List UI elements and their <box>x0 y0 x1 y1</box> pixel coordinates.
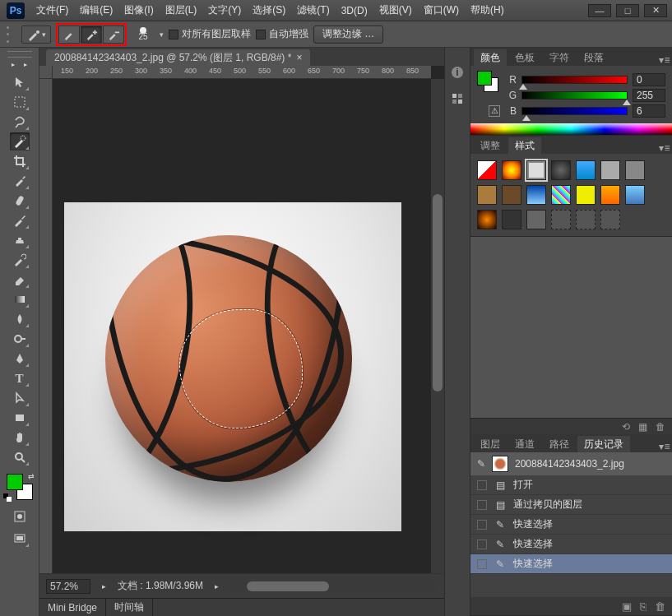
style-swatch[interactable] <box>625 160 645 180</box>
panel-menu-icon[interactable]: ▾≡ <box>657 54 672 66</box>
tool-spot-heal[interactable] <box>10 192 30 210</box>
tool-rectangle[interactable] <box>10 409 30 427</box>
history-item[interactable]: ▤通过拷贝的图层 <box>470 495 672 515</box>
sample-all-layers-checkbox[interactable]: 对所有图层取样 <box>169 27 251 41</box>
style-swatch[interactable] <box>526 160 546 180</box>
link-icon[interactable]: ⟲ <box>622 421 630 433</box>
tool-gradient[interactable] <box>10 290 30 308</box>
history-item[interactable]: ✎快速选择 <box>470 554 672 574</box>
quick-mask-toggle[interactable] <box>12 509 27 524</box>
window-close-button[interactable]: ✕ <box>644 4 667 17</box>
trash-icon[interactable]: 🗑 <box>656 421 665 433</box>
style-swatch[interactable] <box>551 160 571 180</box>
tab-paths[interactable]: 路径 <box>543 436 576 452</box>
value-b[interactable]: 6 <box>633 104 665 118</box>
mode-add-selection[interactable] <box>81 25 102 44</box>
color-spectrum[interactable] <box>470 123 672 135</box>
style-swatch[interactable] <box>576 210 596 229</box>
horizontal-scrollbar[interactable] <box>230 581 438 592</box>
tool-type[interactable]: T <box>10 369 30 387</box>
menu-window[interactable]: 窗口(W) <box>419 1 464 20</box>
tab-character[interactable]: 字符 <box>543 49 576 66</box>
style-swatch[interactable] <box>477 185 497 205</box>
tools-collapse-arrows[interactable]: ▸▸ <box>7 61 32 69</box>
panel-menu-icon[interactable]: ▾≡ <box>657 441 672 452</box>
tool-dodge[interactable] <box>10 330 30 348</box>
foreground-color[interactable] <box>7 474 23 490</box>
history-item[interactable]: ▤打开 <box>470 475 672 495</box>
tool-hand[interactable] <box>10 428 30 447</box>
color-swatches[interactable]: ⇄ <box>7 474 33 500</box>
menu-layer[interactable]: 图层(L) <box>160 1 202 20</box>
tab-swatches[interactable]: 色板 <box>508 49 541 66</box>
menu-file[interactable]: 文件(F) <box>31 1 73 20</box>
style-swatch[interactable] <box>600 210 620 229</box>
slider-b[interactable] <box>521 107 628 115</box>
options-grip[interactable] <box>7 26 13 43</box>
menu-type[interactable]: 文字(Y) <box>203 1 246 20</box>
tool-quick-select[interactable] <box>10 132 30 151</box>
mode-new-selection[interactable] <box>58 25 80 44</box>
menu-image[interactable]: 图像(I) <box>119 1 158 20</box>
tool-crop[interactable] <box>10 152 30 170</box>
adjustments-icon[interactable] <box>449 90 466 107</box>
swap-colors-icon[interactable]: ⇄ <box>28 472 35 480</box>
style-swatch[interactable] <box>551 185 571 205</box>
new-icon[interactable]: ▦ <box>638 421 647 433</box>
close-icon[interactable]: × <box>296 52 302 63</box>
tab-history[interactable]: 历史记录 <box>577 436 630 452</box>
panel-color-swatches[interactable] <box>477 71 498 92</box>
gamut-warning-icon[interactable]: ⚠ <box>489 105 500 117</box>
vertical-ruler[interactable] <box>39 79 53 573</box>
tab-paragraph[interactable]: 段落 <box>577 49 610 66</box>
tab-styles[interactable]: 样式 <box>508 137 541 154</box>
style-swatch[interactable] <box>600 160 620 180</box>
style-swatch[interactable] <box>477 210 497 229</box>
value-r[interactable]: 0 <box>633 73 665 86</box>
menu-filter[interactable]: 滤镜(T) <box>292 1 334 20</box>
document-tab[interactable]: 200884142343403_2.jpg @ 57.2% (图层 1, RGB… <box>46 49 310 66</box>
tools-grip[interactable] <box>7 51 32 58</box>
tool-pen[interactable] <box>10 350 30 368</box>
new-snapshot-icon[interactable]: ⎘ <box>640 600 647 613</box>
vertical-scrollbar[interactable] <box>431 79 444 573</box>
tool-zoom[interactable] <box>10 448 30 466</box>
info-icon[interactable]: i <box>449 64 466 81</box>
horizontal-ruler[interactable]: 150 200 250 300 350 400 450 500 550 600 … <box>53 66 431 79</box>
zoom-field[interactable]: 57.2% <box>46 579 90 594</box>
auto-enhance-checkbox[interactable]: 自动增强 <box>256 27 308 41</box>
canvas[interactable] <box>53 79 431 573</box>
style-swatch[interactable] <box>477 160 497 180</box>
slider-g[interactable] <box>521 91 628 100</box>
tool-lasso[interactable] <box>10 113 30 131</box>
style-swatch[interactable] <box>625 185 645 205</box>
tool-blur[interactable] <box>10 310 30 328</box>
tab-color[interactable]: 颜色 <box>474 49 507 66</box>
style-swatch[interactable] <box>526 185 546 205</box>
trash-icon[interactable]: 🗑 <box>655 600 665 613</box>
tab-layers[interactable]: 图层 <box>474 436 507 452</box>
menu-help[interactable]: 帮助(H) <box>466 1 509 20</box>
style-swatch[interactable] <box>576 185 596 205</box>
tool-clone[interactable] <box>10 231 30 249</box>
brush-size-picker[interactable]: 25 <box>132 23 155 46</box>
tool-eraser[interactable] <box>10 271 30 289</box>
style-swatch[interactable] <box>502 185 521 205</box>
tool-eyedropper[interactable] <box>10 172 30 190</box>
window-minimize-button[interactable]: — <box>588 4 611 17</box>
tool-marquee[interactable] <box>10 93 30 111</box>
history-item[interactable]: ✎快速选择 <box>470 535 672 554</box>
panel-menu-icon[interactable]: ▾≡ <box>657 142 672 154</box>
menu-3d[interactable]: 3D(D) <box>336 2 373 19</box>
tool-path-select[interactable] <box>10 389 30 407</box>
style-swatch[interactable] <box>502 210 521 229</box>
camera-icon[interactable]: ▣ <box>622 600 632 613</box>
value-g[interactable]: 255 <box>633 89 665 102</box>
history-snapshot-row[interactable]: ✎ 200884142343403_2.jpg <box>470 452 672 475</box>
tab-channels[interactable]: 通道 <box>508 436 541 452</box>
tool-preset-picker[interactable]: ▾ <box>21 25 51 44</box>
screen-mode-toggle[interactable] <box>10 530 30 548</box>
tab-mini-bridge[interactable]: Mini Bridge <box>39 599 106 617</box>
window-maximize-button[interactable]: □ <box>616 4 639 17</box>
tab-adjustments[interactable]: 调整 <box>474 137 507 154</box>
